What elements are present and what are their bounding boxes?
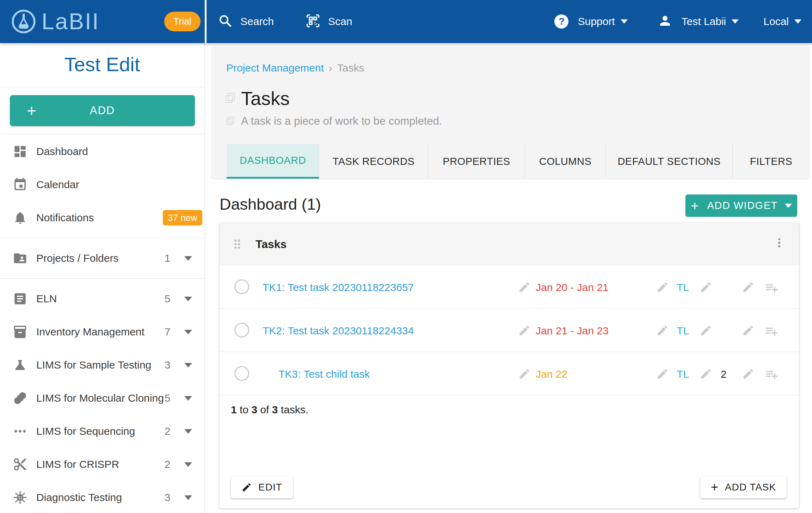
- tab-task-records[interactable]: TASK RECORDS: [319, 144, 428, 179]
- sidebar-item-projects-folders[interactable]: Projects / Folders 1: [0, 242, 204, 275]
- sidebar-item-lims-molecular-cloning[interactable]: LIMS for Molecular Cloning 5: [0, 382, 204, 415]
- environment-menu[interactable]: Local: [763, 16, 801, 27]
- breadcrumb-current: Tasks: [337, 62, 364, 74]
- tab-filters[interactable]: FILTERS: [732, 144, 810, 179]
- sidebar-item-calendar[interactable]: Calendar: [0, 168, 204, 201]
- radio-icon[interactable]: [234, 323, 249, 338]
- playlist-add-icon[interactable]: [765, 281, 779, 296]
- header-menu: Search S: [207, 0, 812, 43]
- chevron-down-icon[interactable]: [184, 297, 192, 301]
- support-menu[interactable]: ? Support: [554, 14, 627, 29]
- pencil-icon[interactable]: [700, 281, 712, 293]
- flask-icon: [12, 357, 28, 373]
- kebab-menu-icon[interactable]: [772, 236, 786, 251]
- pencil-icon[interactable]: [742, 281, 755, 293]
- logo-area: LaBII Trial: [0, 0, 205, 43]
- chevron-down-icon: [785, 204, 792, 208]
- playlist-add-icon[interactable]: [765, 367, 779, 383]
- pencil-icon[interactable]: [518, 324, 531, 337]
- chevron-down-icon[interactable]: [184, 330, 192, 334]
- task-dates[interactable]: Jan 21 - Jan 23: [536, 325, 609, 337]
- sidebar-item-lims-sequencing[interactable]: LIMS for Sequencing 2: [0, 415, 204, 448]
- drag-handle-icon[interactable]: [230, 237, 244, 251]
- sidebar-item-lims-sample-testing[interactable]: LIMS for Sample Testing 3: [0, 348, 204, 382]
- task-dates[interactable]: Jan 22: [536, 368, 567, 380]
- assignee-link[interactable]: TL: [677, 325, 689, 337]
- tasks-widget: Tasks TK1: Test task 20230118223657 Jan …: [220, 223, 799, 508]
- pencil-icon[interactable]: [518, 367, 531, 380]
- task-link[interactable]: TK2: Test task 20230118224334: [263, 325, 414, 337]
- sidebar-item-label: Dashboard: [36, 146, 88, 157]
- assignee-link[interactable]: TL: [677, 368, 689, 380]
- pencil-icon: [241, 482, 252, 493]
- folder-shared-icon: [12, 251, 28, 266]
- sidebar-item-label: Notifications: [36, 212, 94, 224]
- pencil-icon[interactable]: [656, 367, 669, 380]
- environment-label: Local: [763, 16, 789, 27]
- pencil-icon[interactable]: [700, 324, 712, 337]
- chevron-down-icon: [794, 19, 801, 24]
- pencil-icon[interactable]: [656, 281, 669, 293]
- document-icon: [12, 291, 28, 307]
- dashboard-icon: [12, 144, 28, 159]
- task-row: TK2: Test task 20230118224334 Jan 21 - J…: [220, 309, 799, 352]
- sidebar-item-diagnostic-testing[interactable]: Diagnostic Testing 3: [0, 481, 204, 513]
- sidebar-item-label: LIMS for Molecular Cloning: [36, 392, 164, 404]
- sidebar-item-label: Diagnostic Testing: [36, 492, 122, 503]
- edit-button[interactable]: EDIT: [231, 476, 293, 498]
- sidebar-item-dashboard[interactable]: Dashboard: [0, 135, 204, 168]
- task-link[interactable]: TK3: Test child task: [278, 368, 370, 380]
- pencil-icon[interactable]: [742, 324, 755, 337]
- chevron-down-icon: [732, 19, 739, 24]
- labii-logo-icon[interactable]: [11, 8, 37, 35]
- chevron-down-icon[interactable]: [184, 256, 192, 261]
- divider: [0, 87, 204, 87]
- sidebar-item-inventory-management[interactable]: Inventory Management 7: [0, 315, 204, 348]
- assignee-link[interactable]: TL: [677, 282, 689, 293]
- chevron-down-icon: [621, 19, 628, 24]
- page-subtitle-row: A task is a piece of work to be complete…: [226, 115, 442, 128]
- sidebar-item-notifications[interactable]: Notifications 37 new: [0, 201, 204, 234]
- pencil-icon[interactable]: [700, 367, 712, 380]
- chevron-down-icon[interactable]: [184, 396, 192, 401]
- item-count: 2: [160, 458, 174, 470]
- task-dates[interactable]: Jan 20 - Jan 21: [536, 282, 609, 293]
- sidebar-item-lims-crispr[interactable]: LIMS for CRISPR 2: [0, 448, 204, 481]
- support-label: Support: [578, 16, 615, 27]
- chevron-down-icon[interactable]: [184, 495, 192, 500]
- chevron-down-icon[interactable]: [184, 363, 192, 367]
- chevron-down-icon[interactable]: [184, 429, 192, 434]
- pencil-icon[interactable]: [656, 324, 669, 337]
- search-button[interactable]: Search: [218, 13, 274, 30]
- task-link[interactable]: TK1: Test task 20230118223657: [263, 282, 414, 293]
- add-widget-button[interactable]: + ADD WIDGET: [685, 194, 797, 217]
- logo-wordmark[interactable]: LaBII: [42, 8, 99, 35]
- widget-title: Tasks: [256, 238, 287, 251]
- copy-icon[interactable]: [226, 92, 236, 104]
- pencil-icon[interactable]: [742, 367, 755, 380]
- sidebar-item-label: Projects / Folders: [36, 252, 118, 264]
- scan-button[interactable]: Scan: [306, 13, 352, 30]
- breadcrumb-parent-link[interactable]: Project Management: [226, 62, 324, 74]
- tab-columns[interactable]: COLUMNS: [525, 144, 605, 179]
- trial-badge[interactable]: Trial: [164, 12, 201, 31]
- item-count: 2: [160, 425, 174, 437]
- sidebar-item-eln[interactable]: ELN 5: [0, 282, 204, 315]
- add-task-button[interactable]: + ADD TASK: [700, 476, 787, 498]
- pencil-icon[interactable]: [518, 281, 531, 293]
- sidebar-item-label: ELN: [36, 293, 57, 305]
- user-menu[interactable]: Test Labii: [658, 13, 739, 30]
- copy-icon[interactable]: [226, 116, 235, 126]
- radio-icon[interactable]: [234, 279, 249, 294]
- notifications-badge: 37 new: [163, 210, 202, 225]
- radio-icon[interactable]: [234, 366, 249, 381]
- add-button[interactable]: + ADD: [10, 95, 195, 126]
- playlist-add-icon[interactable]: [765, 324, 779, 340]
- tab-properties[interactable]: PROPERTIES: [428, 144, 525, 179]
- tab-dashboard[interactable]: DASHBOARD: [227, 144, 319, 179]
- chevron-down-icon[interactable]: [184, 462, 192, 467]
- divider: [0, 134, 204, 134]
- bell-icon: [12, 210, 28, 225]
- labii-app: LaBII Trial Search: [0, 0, 812, 513]
- tab-default-sections[interactable]: DEFAULT SECTIONS: [605, 144, 732, 179]
